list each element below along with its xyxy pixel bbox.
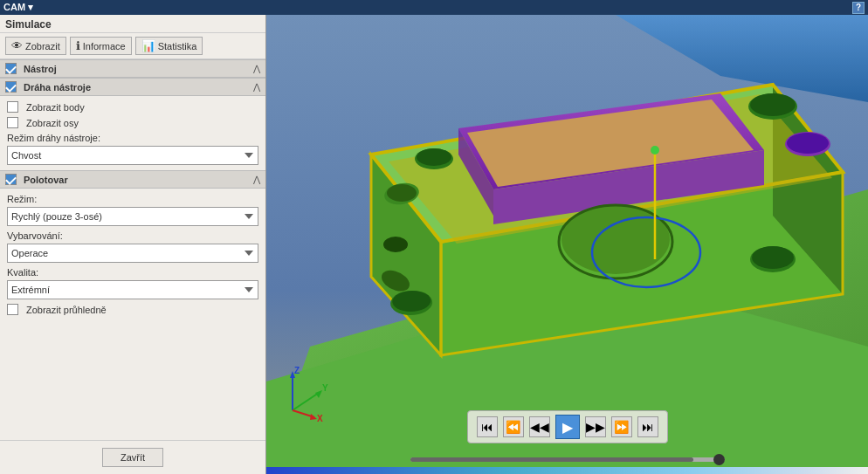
rezim-group: Režim dráhy nástroje: Chvost Střed Konec — [7, 133, 258, 165]
kvalita-select[interactable]: Nízká Střední Vysoká Extrémní — [7, 280, 258, 299]
svg-point-19 — [750, 93, 796, 116]
btn-last[interactable]: ⏭ — [637, 416, 658, 437]
playback-thumb[interactable] — [713, 454, 725, 465]
svg-text:Z: Z — [294, 367, 300, 375]
playback-controls: ⏮ ⏪ ◀◀ ▶ ▶▶ ⏩ ⏭ — [467, 410, 668, 443]
svg-text:Y: Y — [322, 383, 328, 393]
vybarvovani-label: Vybarvování: — [7, 230, 258, 241]
btn-prev-big[interactable]: ⏪ — [503, 416, 524, 437]
3d-scene — [266, 15, 868, 474]
rezim-polotovar-group: Režim: Rychlý (pouze 3-osé) Přesný Přesn… — [7, 194, 258, 226]
zobrazit-body-checkbox[interactable] — [7, 101, 18, 113]
progress-colorband — [266, 467, 868, 474]
polotovar-content: Režim: Rychlý (pouze 3-osé) Přesný Přesn… — [0, 189, 265, 325]
vybarvovani-group: Vybarvování: Operace Nástroj Barva — [7, 230, 258, 263]
simulace-label: Simulace — [0, 15, 265, 33]
nastroj-checkbox[interactable] — [5, 63, 17, 74]
zobrazit-pruhledne-row: Zobrazit průhledně — [7, 304, 258, 315]
zobrazit-pruhledne-checkbox[interactable] — [7, 304, 18, 315]
spacer — [0, 325, 265, 440]
btn-prev[interactable]: ◀◀ — [529, 416, 550, 437]
draha-title: Dráha nástroje — [24, 82, 91, 93]
stats-icon: 📊 — [141, 39, 155, 52]
statistika-button[interactable]: 📊 Statistika — [135, 37, 203, 55]
btn-next[interactable]: ▶▶ — [585, 416, 606, 437]
svg-point-21 — [787, 133, 829, 154]
bottom-bar: Zavřít — [0, 440, 265, 474]
zobrazit-osy-label: Zobrazit osy — [26, 118, 79, 128]
rezim-draha-label: Režim dráhy nástroje: — [7, 133, 258, 143]
svg-point-17 — [417, 148, 451, 166]
btn-next-big[interactable]: ⏩ — [611, 416, 632, 437]
help-button[interactable]: ? — [852, 2, 865, 14]
kvalita-group: Kvalita: Nízká Střední Vysoká Extrémní — [7, 267, 258, 299]
svg-point-35 — [383, 237, 408, 252]
statistika-label: Statistika — [158, 41, 197, 52]
draha-expand-icon[interactable]: ⋀ — [253, 82, 260, 92]
svg-point-31 — [651, 146, 659, 155]
svg-text:X: X — [317, 414, 323, 423]
vybarvovani-select[interactable]: Operace Nástroj Barva — [7, 244, 258, 263]
zobrazit-osy-row: Zobrazit osy — [7, 117, 258, 128]
close-button[interactable]: Zavřít — [102, 448, 163, 467]
toolbar-row: 👁 Zobrazit ℹ Informace 📊 Statistika — [0, 33, 265, 59]
left-panel: Simulace 👁 Zobrazit ℹ Informace 📊 Statis… — [0, 15, 266, 474]
info-icon: ℹ — [76, 39, 80, 52]
kvalita-label: Kvalita: — [7, 267, 258, 278]
polotovar-title: Polotovar — [24, 175, 68, 185]
nastroj-section-header[interactable]: Nástroj ⋀ — [0, 59, 265, 78]
informace-label: Informace — [83, 41, 126, 52]
nastroj-title: Nástroj — [24, 64, 57, 74]
polotovar-section-header[interactable]: Polotovar ⋀ — [0, 170, 265, 189]
zobrazit-body-row: Zobrazit body — [7, 101, 258, 113]
draha-content: Zobrazit body Zobrazit osy Režim dráhy n… — [0, 96, 265, 170]
viewport: Z Y X ⏮ ⏪ ◀◀ ▶ ▶▶ ⏩ ⏭ — [266, 15, 868, 474]
zobrazit-label: Zobrazit — [25, 41, 60, 52]
svg-marker-43 — [310, 414, 317, 420]
draha-header-left: Dráha nástroje — [5, 81, 91, 93]
polotovar-checkbox[interactable] — [5, 174, 17, 185]
zobrazit-pruhledne-label: Zobrazit průhledně — [26, 305, 107, 315]
svg-point-25 — [752, 246, 794, 269]
zobrazit-body-label: Zobrazit body — [26, 102, 85, 113]
title-text: CAM ▾ — [3, 2, 851, 13]
rezim-polotovar-select[interactable]: Rychlý (pouze 3-osé) Přesný Přesný 5-osý — [7, 207, 258, 226]
rezim-draha-select[interactable]: Chvost Střed Konec — [7, 146, 258, 165]
draha-checkbox[interactable] — [5, 81, 17, 93]
polotovar-header-left: Polotovar — [5, 174, 68, 185]
btn-play[interactable]: ▶ — [555, 415, 580, 439]
svg-point-33 — [387, 184, 417, 202]
nastroj-expand-icon[interactable]: ⋀ — [253, 64, 260, 73]
svg-marker-40 — [315, 390, 322, 398]
zobrazit-osy-checkbox[interactable] — [7, 117, 18, 128]
draha-section-header[interactable]: Dráha nástroje ⋀ — [0, 78, 265, 96]
polotovar-expand-icon[interactable]: ⋀ — [253, 175, 260, 184]
title-bar: CAM ▾ ? — [0, 0, 868, 15]
rezim-polotovar-label: Režim: — [7, 194, 258, 204]
informace-button[interactable]: ℹ Informace — [70, 37, 132, 55]
nastroj-header-left: Nástroj — [5, 63, 57, 74]
playback-slider-container — [410, 457, 725, 462]
eye-icon: 👁 — [11, 39, 23, 52]
btn-first[interactable]: ⏮ — [477, 416, 498, 437]
svg-line-39 — [293, 393, 319, 410]
main-container: Simulace 👁 Zobrazit ℹ Informace 📊 Statis… — [0, 15, 868, 474]
axes-indicator: Z Y X — [275, 367, 332, 423]
zobrazit-button[interactable]: 👁 Zobrazit — [5, 37, 66, 55]
playback-progress — [410, 457, 693, 462]
playback-slider[interactable] — [410, 457, 725, 462]
